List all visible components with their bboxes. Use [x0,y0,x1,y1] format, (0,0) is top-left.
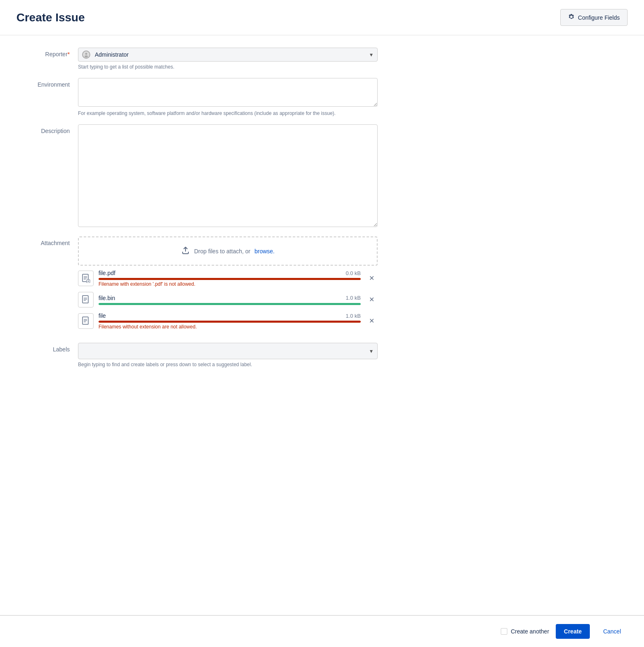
file-bin-name-row: file.bin 1.0 kB [99,295,361,301]
reporter-content: Administrator ▾ Start typing to get a li… [78,48,378,70]
file-noext-error: Filenames without extension are not allo… [99,324,361,330]
file-pdf-progress [99,278,361,280]
file-item: file.pdf 0.0 kB Filename with extension … [78,270,378,287]
cancel-button[interactable]: Cancel [596,624,628,639]
attachment-row: Attachment Drop files to attach, or brow… [16,236,628,335]
file-pdf-details: file.pdf 0.0 kB Filename with extension … [99,270,361,287]
reporter-avatar [82,50,90,59]
file-bin-remove-button[interactable]: ✕ [366,295,378,305]
attachment-label: Attachment [16,236,78,246]
configure-fields-label: Configure Fields [578,14,620,21]
reporter-row: Reporter* Administrator ▾ [16,48,628,70]
file-noext-size: 1.0 kB [346,313,361,319]
create-another-wrapper: Create another [501,628,549,635]
svg-point-1 [85,53,87,55]
reporter-label: Reporter* [16,48,78,57]
labels-hint: Begin typing to find and create labels o… [78,362,378,367]
browse-link[interactable]: browse. [254,248,275,255]
file-noext-icon [78,313,94,329]
environment-row: Environment For example operating system… [16,78,628,116]
reporter-select-wrapper: Administrator ▾ [78,48,378,62]
required-asterisk: * [68,51,70,57]
description-row: Description [16,124,628,228]
reporter-hint: Start typing to get a list of possible m… [78,64,378,70]
drop-text: Drop files to attach, or [194,248,250,255]
environment-hint: For example operating system, software p… [78,110,378,116]
file-pdf-progress-bar [99,278,361,280]
reporter-select[interactable]: Administrator [78,48,378,62]
description-textarea[interactable] [78,124,378,227]
file-pdf-name: file.pdf [99,270,115,276]
file-bin-name: file.bin [99,295,115,301]
file-bin-progress-bar [99,303,361,305]
file-bin-icon [78,292,94,307]
file-bin-size: 1.0 kB [346,295,361,301]
file-list: file.pdf 0.0 kB Filename with extension … [78,270,378,330]
upload-icon [181,245,190,257]
create-another-label[interactable]: Create another [511,628,549,635]
file-noext-remove-button[interactable]: ✕ [366,316,378,326]
file-item: file 1.0 kB Filenames without extension … [78,312,378,330]
file-noext-details: file 1.0 kB Filenames without extension … [99,312,361,330]
file-pdf-size: 0.0 kB [346,270,361,276]
header: Create Issue Configure Fields [0,0,644,35]
labels-row: Labels ▾ Begin typing to find and create… [16,343,628,367]
file-noext-progress-bar [99,321,361,323]
footer: Create another Create Cancel [0,615,644,647]
file-noext-name-row: file 1.0 kB [99,312,361,319]
environment-label: Environment [16,78,78,88]
environment-content: For example operating system, software p… [78,78,378,116]
labels-select[interactable] [78,343,378,359]
create-button[interactable]: Create [556,624,590,639]
file-item: file.bin 1.0 kB ✕ [78,292,378,307]
file-pdf-remove-button[interactable]: ✕ [366,273,378,283]
description-content [78,124,378,228]
configure-fields-button[interactable]: Configure Fields [560,9,628,26]
file-pdf-icon [78,271,94,286]
attachment-dropzone[interactable]: Drop files to attach, or browse. [78,236,378,266]
labels-content: ▾ Begin typing to find and create labels… [78,343,378,367]
file-bin-details: file.bin 1.0 kB [99,295,361,305]
labels-label: Labels [16,343,78,353]
create-another-checkbox[interactable] [501,628,507,635]
environment-textarea[interactable] [78,78,378,107]
file-bin-progress [99,303,361,305]
gear-icon [568,14,575,21]
file-noext-progress [99,321,361,323]
labels-select-wrapper: ▾ [78,343,378,359]
page-container: Create Issue Configure Fields Reporter* [0,0,644,647]
description-label: Description [16,124,78,134]
page-title: Create Issue [16,11,85,24]
file-noext-name: file [99,312,106,319]
svg-point-2 [85,55,88,57]
form-area: Reporter* Administrator ▾ [0,35,644,611]
file-pdf-error: Filename with extension '.pdf' is not al… [99,281,361,287]
file-pdf-name-row: file.pdf 0.0 kB [99,270,361,276]
attachment-content: Drop files to attach, or browse. [78,236,378,335]
